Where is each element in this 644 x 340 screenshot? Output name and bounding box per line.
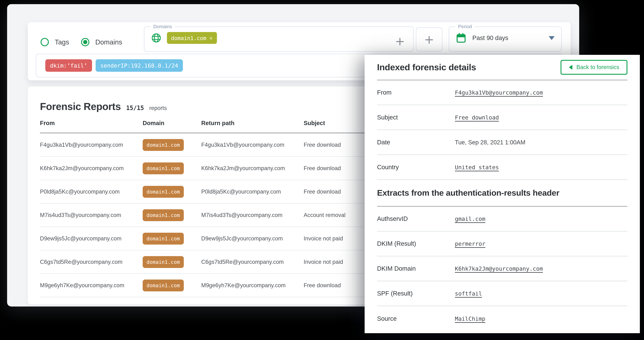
- row-domain-badge: domain1.com: [143, 139, 184, 151]
- reports-count-suffix: reports: [149, 105, 167, 111]
- row-return-path: P0ld8ja5Kc@yourcompany.com: [201, 188, 304, 195]
- add-domain-button[interactable]: +: [395, 35, 405, 47]
- row-domain-badge: domain1.com: [143, 256, 184, 268]
- page-title: Forensic Reports: [40, 101, 121, 112]
- domains-field-legend: Domains: [150, 24, 175, 29]
- detail-value-link[interactable]: MailChimp: [455, 315, 485, 322]
- row-domain-badge: domain1.com: [143, 186, 184, 198]
- query-chip-senderip[interactable]: senderIP:192.168.0.1/24: [96, 59, 183, 72]
- domain-chip-label: domain1.com: [171, 35, 206, 41]
- row-return-path: M9ge6yh7Ke@yourcompany.com: [201, 282, 304, 289]
- detail-value: Tue, Sep 28, 2021 1:00AM: [455, 139, 526, 146]
- detail-label: Subject: [377, 114, 455, 121]
- detail-label: DKIM Domain: [377, 265, 455, 272]
- triangle-left-icon: [569, 65, 572, 70]
- indexed-forensic-details-panel: Indexed forensic details Back to forensi…: [364, 55, 640, 333]
- detail-label: From: [377, 89, 455, 96]
- detail-row-spf-result: SPF (Result) softfail: [377, 281, 628, 306]
- detail-label: SPF (Result): [377, 290, 455, 297]
- detail-value-link[interactable]: gmail.com: [455, 216, 485, 222]
- detail-value-link[interactable]: Free download: [455, 114, 499, 121]
- radio-circle-checked-icon[interactable]: [81, 38, 90, 46]
- calendar-icon: [456, 33, 466, 43]
- detail-row-dkim-domain: DKIM Domain K6hk7ka2Jm@yourcompany.com: [377, 256, 628, 281]
- reports-count: 15/15: [126, 104, 144, 111]
- auth-details-list: AuthservID gmail.com DKIM (Result) perme…: [377, 207, 628, 331]
- row-return-path: K6hk7ka2Jm@yourcompany.com: [201, 165, 304, 172]
- radio-domains-label: Domains: [95, 38, 122, 46]
- add-filter-button[interactable]: +: [416, 27, 442, 52]
- back-button-label: Back to forensics: [576, 64, 619, 71]
- detail-value-link[interactable]: permerror: [455, 240, 485, 247]
- section-title: Extracts from the authentication-results…: [377, 180, 628, 207]
- detail-value-link[interactable]: softfail: [455, 290, 482, 297]
- period-value: Past 90 days: [472, 34, 508, 42]
- domains-field: Domains domain1.com ×: [144, 24, 414, 52]
- row-domain-badge: domain1.com: [143, 162, 184, 174]
- period-field-legend: Period: [455, 24, 475, 29]
- overlay-header: Indexed forensic details Back to forensi…: [377, 55, 628, 80]
- detail-row-date: Date Tue, Sep 28, 2021 1:00AM: [377, 130, 628, 155]
- detail-label: Date: [377, 139, 455, 146]
- column-header-from: From: [40, 120, 143, 127]
- detail-value-link[interactable]: K6hk7ka2Jm@yourcompany.com: [455, 265, 543, 272]
- row-return-path: M7is4ud3Ts@yourcompany.com: [201, 212, 304, 218]
- row-return-path: D9ew9js5Jc@yourcompany.com: [201, 235, 304, 242]
- radio-tags-label: Tags: [55, 38, 69, 46]
- detail-label: DKIM (Result): [377, 240, 455, 247]
- back-to-forensics-button[interactable]: Back to forensics: [560, 60, 628, 75]
- detail-row-from: From F4gu3ka1Vb@yourcompany.com: [377, 80, 628, 105]
- row-return-path: C6gs7td5Re@yourcompany.com: [201, 259, 304, 265]
- row-domain-badge: domain1.com: [143, 209, 184, 221]
- radio-tags[interactable]: Tags: [40, 38, 69, 47]
- detail-row-dkim-result: DKIM (Result) permerror: [377, 232, 628, 256]
- row-from: C6gs7td5Re@yourcompany.com: [40, 259, 143, 265]
- row-from: F4gu3ka1Vb@yourcompany.com: [40, 141, 143, 148]
- detail-value-link[interactable]: F4gu3ka1Vb@yourcompany.com: [455, 89, 543, 96]
- row-from: M9ge6yh7Ke@yourcompany.com: [40, 282, 143, 289]
- row-domain-badge: domain1.com: [143, 233, 184, 244]
- chevron-down-icon[interactable]: [549, 36, 554, 40]
- radio-domains[interactable]: Domains: [81, 38, 122, 47]
- detail-row-subject: Subject Free download: [377, 105, 628, 130]
- detail-value-link[interactable]: United states: [455, 164, 499, 171]
- detail-label: Country: [377, 164, 455, 171]
- detail-row-authservid: AuthservID gmail.com: [377, 207, 628, 232]
- detail-row-source: Source MailChimp: [377, 306, 628, 331]
- plus-icon: +: [395, 34, 405, 48]
- globe-icon: [151, 33, 162, 43]
- detail-label: Source: [377, 315, 455, 322]
- row-return-path: F4gu3ka1Vb@yourcompany.com: [201, 141, 304, 148]
- radio-circle-icon[interactable]: [40, 38, 49, 46]
- close-icon[interactable]: ×: [209, 35, 213, 41]
- column-header-return-path: Return path: [201, 120, 304, 127]
- row-domain-badge: domain1.com: [143, 279, 184, 291]
- domain-chip[interactable]: domain1.com ×: [167, 32, 217, 44]
- plus-icon: +: [424, 34, 434, 45]
- row-from: M7is4ud3Ts@yourcompany.com: [40, 212, 143, 218]
- detail-label: AuthservID: [377, 215, 455, 222]
- screen: Tags Domains Domains: [0, 0, 644, 340]
- detail-row-country: Country United states: [377, 155, 628, 180]
- overlay-title: Indexed forensic details: [377, 62, 476, 72]
- row-from: K6hk7ka2Jm@yourcompany.com: [40, 165, 143, 172]
- row-from: D9ew9js5Jc@yourcompany.com: [40, 235, 143, 242]
- app-window: Tags Domains Domains: [7, 4, 579, 306]
- query-chip-dkim[interactable]: dkim:’fail’: [45, 59, 92, 72]
- column-header-domain: Domain: [143, 120, 201, 127]
- row-from: P0ld8ja5Kc@yourcompany.com: [40, 188, 143, 195]
- period-field[interactable]: Period Past 90 days: [449, 24, 562, 52]
